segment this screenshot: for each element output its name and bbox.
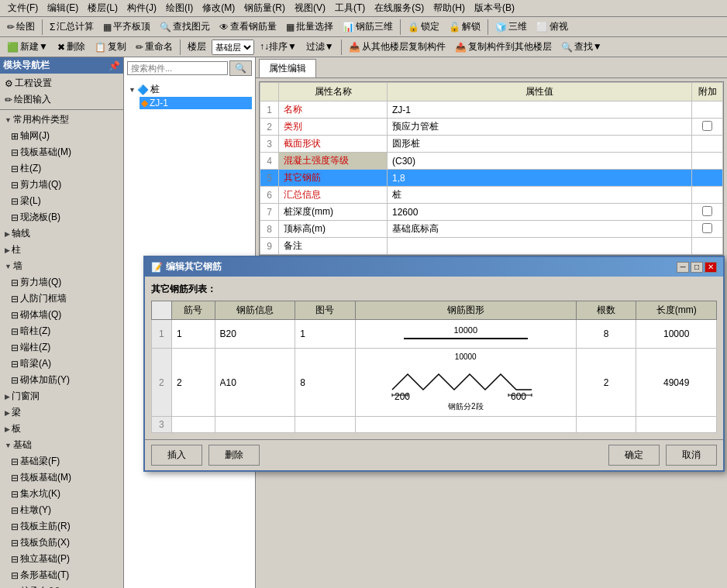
confirm-button[interactable]: 确定 bbox=[608, 445, 660, 466]
prop-value-1[interactable]: 预应力管桩 bbox=[388, 119, 692, 136]
nav-beam-group[interactable]: ▶ 梁 bbox=[2, 404, 122, 421]
nav-sumppit[interactable]: ⊟集水坑(K) bbox=[8, 486, 122, 502]
prop-value-5[interactable]: 桩 bbox=[388, 187, 692, 204]
dialog-minimize-btn[interactable]: ─ bbox=[677, 262, 689, 273]
dialog-close-btn[interactable]: ✕ bbox=[705, 262, 717, 273]
btn-lock[interactable]: 🔒 锁定 bbox=[404, 19, 443, 35]
prop-value-2[interactable]: 圆形桩 bbox=[388, 136, 692, 153]
nav-slab[interactable]: ⊟现浇板(B) bbox=[8, 209, 122, 225]
btn-rebar-3d[interactable]: 📊 钢筋三维 bbox=[339, 19, 397, 35]
row3-info[interactable] bbox=[215, 417, 295, 433]
nav-beam[interactable]: ⊟梁(L) bbox=[8, 193, 122, 209]
btn-view-rebar[interactable]: 👁 查看钢筋量 bbox=[215, 19, 281, 35]
nav-col[interactable]: ⊟柱(Z) bbox=[8, 160, 122, 177]
prop-checkbox-6[interactable] bbox=[692, 204, 723, 221]
menu-view[interactable]: 视图(V) bbox=[290, 0, 330, 16]
nav-raft2[interactable]: ⊟筏板基础(M) bbox=[8, 469, 122, 486]
row1-count[interactable] bbox=[576, 320, 636, 349]
prop-value-7[interactable]: 基础底标高 bbox=[388, 221, 692, 238]
btn-find2[interactable]: 🔍 查找▼ bbox=[557, 39, 606, 55]
menu-edit[interactable]: 编辑(E) bbox=[43, 0, 83, 16]
btn-find[interactable]: 🔍 查找图元 bbox=[156, 19, 214, 35]
btn-delete[interactable]: ✖ 删除 bbox=[53, 39, 89, 55]
prop-value-3[interactable]: (C30) bbox=[388, 153, 692, 170]
btn-copy[interactable]: 📋 复制 bbox=[91, 39, 130, 55]
prop-checkbox-7[interactable] bbox=[692, 221, 723, 238]
menu-component[interactable]: 构件(J) bbox=[122, 0, 161, 16]
row3-count[interactable] bbox=[576, 417, 636, 433]
row1-fig[interactable] bbox=[295, 320, 356, 349]
menu-file[interactable]: 文件(F) bbox=[3, 0, 43, 16]
dialog-maximize-btn[interactable]: □ bbox=[691, 262, 703, 273]
nav-axis-group[interactable]: ▶ 轴线 bbox=[2, 225, 122, 242]
btn-new[interactable]: 🟩 新建▼ bbox=[3, 39, 52, 55]
btn-unlock[interactable]: 🔓 解锁 bbox=[445, 19, 484, 35]
nav-endcol[interactable]: ⊟端柱(Z) bbox=[8, 339, 122, 356]
nav-raft[interactable]: ⊟筏板基础(M) bbox=[8, 144, 122, 160]
btn-align[interactable]: ▦ 平齐板顶 bbox=[99, 19, 154, 35]
nav-shearwall[interactable]: ⊟剪力墙(Q) bbox=[8, 177, 122, 193]
prop-value-6[interactable]: 12600 bbox=[388, 204, 692, 221]
delete-button[interactable]: 删除 bbox=[208, 445, 260, 466]
sidebar-item-project[interactable]: ⚙ 工程设置 bbox=[2, 75, 122, 91]
btn-3d[interactable]: 🧊 三维 bbox=[491, 19, 531, 35]
menu-version[interactable]: 版本号(B) bbox=[470, 0, 519, 16]
nav-wall-group[interactable]: ▼ 墙 bbox=[2, 258, 122, 274]
nav-strip[interactable]: ⊟条形基础(T) bbox=[8, 567, 122, 583]
menu-modify[interactable]: 修改(M) bbox=[198, 0, 239, 16]
nav-foundation-group[interactable]: ▼ 基础 bbox=[2, 437, 122, 453]
menu-tools[interactable]: 工具(T) bbox=[330, 0, 370, 16]
row3-barno[interactable] bbox=[171, 417, 215, 433]
btn-sort[interactable]: ↑↓排序▼ bbox=[256, 39, 301, 55]
sidebar-pin-icon[interactable]: 📌 bbox=[109, 60, 120, 71]
search-input[interactable] bbox=[127, 61, 228, 75]
sidebar-item-drawing[interactable]: ✏ 绘图输入 bbox=[2, 91, 122, 108]
nav-darkcol[interactable]: ⊟暗柱(Z) bbox=[8, 323, 122, 339]
nav-axis[interactable]: ⊞轴网(J) bbox=[8, 128, 122, 144]
btn-draw[interactable]: ✏ 绘图 bbox=[3, 19, 39, 35]
btn-copy-to[interactable]: 📤 复制构件到其他楼层 bbox=[451, 39, 556, 55]
prop-value-4[interactable]: 1,8 bbox=[388, 170, 692, 187]
btn-rename[interactable]: ✏ 重命名 bbox=[132, 39, 177, 55]
btn-filter[interactable]: 过滤▼ bbox=[302, 39, 338, 55]
nav-raft-neg[interactable]: ⊟筏板负筋(X) bbox=[8, 535, 122, 551]
menu-help[interactable]: 帮助(H) bbox=[429, 0, 470, 16]
nav-airdefwall[interactable]: ⊟人防门框墙 bbox=[8, 291, 122, 307]
nav-slab-group[interactable]: ▶ 板 bbox=[2, 421, 122, 437]
floor-dropdown[interactable]: 基础层 bbox=[212, 40, 254, 55]
row1-length[interactable] bbox=[636, 320, 717, 349]
insert-button[interactable]: 插入 bbox=[151, 445, 202, 466]
nav-darkbeam[interactable]: ⊟暗梁(A) bbox=[8, 356, 122, 372]
row2-fig[interactable] bbox=[295, 349, 356, 417]
row3-length[interactable] bbox=[636, 417, 717, 433]
prop-checkbox-1[interactable] bbox=[692, 119, 723, 136]
nav-common-types[interactable]: ▼ 常用构件类型 bbox=[2, 112, 122, 128]
menu-online[interactable]: 在线服务(S) bbox=[370, 0, 429, 16]
row2-info[interactable] bbox=[215, 349, 295, 417]
btn-copy-from[interactable]: 📥 从其他楼层复制构件 bbox=[345, 39, 450, 55]
row3-fig[interactable] bbox=[295, 417, 356, 433]
prop-value-8[interactable] bbox=[388, 238, 692, 255]
tree-node-zj1[interactable]: ◆ ZJ-1 bbox=[140, 97, 252, 109]
tree-root-pile[interactable]: ▼ 🔷 桩 bbox=[127, 82, 252, 97]
row2-length[interactable] bbox=[636, 349, 717, 417]
prop-value-0[interactable]: ZJ-1 bbox=[388, 101, 692, 119]
menu-draw[interactable]: 绘图(I) bbox=[161, 0, 198, 16]
nav-pedestal[interactable]: ⊟柱墩(Y) bbox=[8, 502, 122, 518]
nav-raft-main[interactable]: ⊟筏板主筋(R) bbox=[8, 518, 122, 535]
cancel-button[interactable]: 取消 bbox=[666, 445, 717, 466]
btn-topview[interactable]: ⬜ 俯视 bbox=[532, 19, 572, 35]
btn-floor-sel[interactable]: 楼层 bbox=[184, 39, 210, 55]
nav-piletab[interactable]: ⊟桩承台(V) bbox=[8, 583, 122, 588]
row1-barno[interactable] bbox=[171, 320, 215, 349]
nav-foundation-beam[interactable]: ⊟基础梁(F) bbox=[8, 453, 122, 469]
btn-calc[interactable]: Σ 汇总计算 bbox=[46, 19, 98, 35]
menu-rebar[interactable]: 钢筋量(R) bbox=[239, 0, 290, 16]
nav-masonry[interactable]: ⊟砌体墙(Q) bbox=[8, 307, 122, 323]
props-tab-edit[interactable]: 属性编辑 bbox=[259, 59, 316, 77]
row2-barno[interactable] bbox=[171, 349, 215, 417]
search-button[interactable]: 🔍 bbox=[229, 60, 252, 76]
nav-door-group[interactable]: ▶ 门窗洞 bbox=[2, 388, 122, 404]
nav-masonry-rebar[interactable]: ⊟砌体加筋(Y) bbox=[8, 372, 122, 388]
menu-floor[interactable]: 楼层(L) bbox=[83, 0, 122, 16]
